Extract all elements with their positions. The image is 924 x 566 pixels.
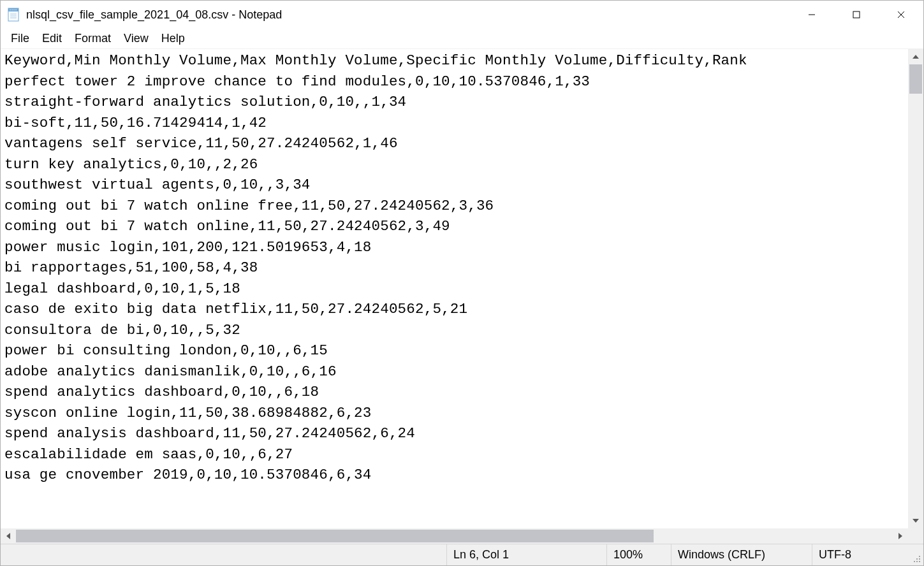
vertical-scrollbar[interactable]	[908, 49, 923, 528]
minimize-button[interactable]	[789, 1, 834, 29]
menu-format[interactable]: Format	[68, 29, 117, 48]
svg-point-20	[914, 561, 915, 562]
hscroll-track[interactable]	[16, 528, 893, 544]
svg-point-19	[919, 558, 920, 560]
window-title: nlsql_csv_file_sample_2021_04_08.csv - N…	[26, 8, 789, 22]
svg-rect-10	[853, 11, 860, 18]
svg-point-3	[11, 10, 13, 11]
scroll-up-icon[interactable]	[908, 49, 923, 64]
svg-marker-13	[913, 55, 919, 59]
scroll-left-icon[interactable]	[1, 528, 16, 544]
svg-marker-15	[6, 533, 10, 539]
svg-point-22	[919, 561, 920, 562]
status-position: Ln 6, Col 1	[447, 548, 606, 562]
status-eol: Windows (CRLF)	[671, 548, 812, 562]
maximize-button[interactable]	[834, 1, 879, 29]
notepad-icon	[6, 7, 21, 22]
menu-view[interactable]: View	[117, 29, 155, 48]
resize-grip-icon[interactable]	[908, 544, 923, 565]
statusbar: Ln 6, Col 1 100% Windows (CRLF) UTF-8	[1, 544, 923, 565]
status-zoom: 100%	[607, 548, 671, 562]
menu-edit[interactable]: Edit	[36, 29, 68, 48]
vscroll-track[interactable]	[908, 64, 923, 513]
scroll-down-icon[interactable]	[908, 513, 923, 528]
menubar: File Edit Format View Help	[1, 29, 923, 49]
menu-file[interactable]: File	[4, 29, 36, 48]
menu-help[interactable]: Help	[155, 29, 191, 48]
svg-marker-16	[898, 533, 902, 539]
svg-point-17	[919, 556, 920, 557]
svg-point-4	[13, 10, 15, 11]
vscroll-thumb[interactable]	[909, 64, 922, 94]
close-button[interactable]	[879, 1, 923, 29]
svg-point-18	[916, 558, 918, 560]
svg-point-5	[15, 10, 17, 11]
svg-point-21	[916, 561, 918, 562]
text-area[interactable]: Keyword,Min Monthly Volume,Max Monthly V…	[1, 49, 908, 528]
horizontal-scrollbar[interactable]	[1, 528, 923, 544]
status-encoding: UTF-8	[812, 548, 908, 562]
svg-marker-14	[913, 519, 919, 523]
scrollbar-corner	[908, 528, 923, 544]
window-controls	[789, 1, 923, 29]
svg-point-2	[10, 10, 11, 11]
scroll-right-icon[interactable]	[893, 528, 908, 544]
titlebar: nlsql_csv_file_sample_2021_04_08.csv - N…	[1, 1, 923, 29]
content-wrapper: Keyword,Min Monthly Volume,Max Monthly V…	[1, 49, 923, 528]
hscroll-thumb[interactable]	[16, 530, 654, 542]
